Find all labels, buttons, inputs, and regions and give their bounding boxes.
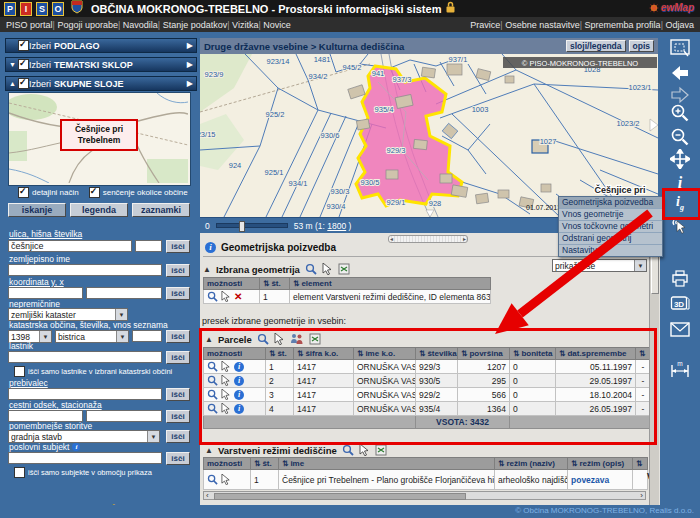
koordinata-x-input[interactable] [86, 287, 162, 299]
map-horizontal-scrollbar[interactable]: ◂▸ [388, 235, 468, 243]
layers-legend-button[interactable]: sloji/legenda [566, 40, 626, 52]
select-cursor-icon[interactable] [221, 403, 231, 414]
tab-iskanje[interactable]: iskanje [8, 203, 66, 217]
cestni-label[interactable]: cestni odsek, stacionaža [9, 400, 102, 410]
col-sifra-ko[interactable]: šifra k.o. [294, 348, 354, 360]
sidebar-section-podlago[interactable]: Izberi PODLAGO ▶ [5, 38, 197, 53]
overview-map-icon[interactable] [669, 37, 691, 59]
panel-vertical-scrollbar[interactable] [649, 233, 659, 505]
shading-toggle[interactable]: senčenje okolice občine [89, 187, 188, 198]
col-datum[interactable]: dat.spremembe [556, 348, 636, 360]
poslovni-filter-checkbox[interactable]: išči samo subjekte v območju prikaza [14, 467, 152, 478]
menu-osebne-nastavitve[interactable]: Osebne nastavitve [500, 20, 579, 30]
export-icon[interactable] [375, 444, 387, 456]
menu-pogoji-uporabe[interactable]: Pogoji uporabe [53, 20, 118, 30]
zoom-to-icon[interactable] [207, 375, 218, 386]
zoom-to-icon[interactable] [207, 361, 218, 372]
menu-stanje-podatkov[interactable]: Stanje podatkov [158, 20, 227, 30]
isci-storitve-button[interactable]: išči [166, 430, 190, 443]
parcela-stevilka-input[interactable] [132, 330, 162, 342]
chevron-up-icon[interactable]: ▲ [9, 80, 18, 87]
col-ime-ko[interactable]: ime k.o. [354, 348, 416, 360]
measure-icon[interactable]: m [669, 358, 691, 380]
col-moznosti[interactable]: možnosti [204, 348, 266, 360]
print-icon[interactable] [669, 268, 691, 290]
hisna-stevilka-input[interactable] [135, 240, 162, 252]
piso-logo[interactable]: O [52, 2, 64, 16]
zoom-to-icon[interactable] [207, 474, 218, 485]
isci-parcela-button[interactable]: išči [166, 330, 190, 343]
zoom-slider-thumb[interactable] [239, 221, 245, 232]
detail-mode-toggle[interactable]: detajlni način [18, 187, 79, 198]
info-icon[interactable]: i [72, 443, 80, 451]
tab-zaznamki[interactable]: zaznamki [132, 203, 190, 217]
isci-lastnik-button[interactable]: išči [166, 351, 190, 364]
menu-odjava[interactable]: Odjava [661, 20, 694, 30]
koordinata-label[interactable]: koordinata y, x [9, 277, 64, 287]
tab-legenda[interactable]: legenda [70, 203, 128, 217]
select-cursor-icon[interactable] [221, 361, 231, 372]
zoom-to-icon[interactable] [207, 389, 218, 400]
geometry-query-icon[interactable]: ig [669, 192, 691, 214]
export-icon[interactable] [338, 263, 350, 275]
sidebar-section-tematski[interactable]: ▼ Izberi TEMATSKI SKLOP ▶ [5, 57, 197, 72]
ulica-label[interactable]: ulica, hišna številka [9, 229, 82, 239]
isci-cestni-button[interactable]: išči [166, 410, 190, 423]
poslovni-input[interactable] [8, 452, 162, 464]
menu-vnos-geometrije[interactable]: Vnos geometrije [559, 209, 662, 221]
info-query-icon[interactable]: i [669, 172, 691, 194]
col-rezim-naziv[interactable]: režim (naziv) [495, 458, 568, 470]
chevron-right-icon[interactable]: ▶ [187, 41, 193, 50]
menu-geometrijska-poizvedba[interactable]: Geometrijska poizvedba [559, 197, 662, 209]
col-moznosti[interactable]: možnosti [204, 278, 260, 290]
collapse-icon[interactable]: ▲ [205, 446, 213, 455]
scrollbar-thumb[interactable] [214, 493, 466, 500]
zoom-to-icon[interactable] [342, 444, 354, 456]
podlago-checkbox[interactable] [18, 40, 29, 51]
piso-logo[interactable]: I [20, 2, 32, 16]
export-icon[interactable] [309, 333, 321, 345]
zemljepisno-input[interactable] [8, 264, 162, 276]
menu-piso-portal[interactable]: PISO portal [6, 20, 53, 30]
delete-icon[interactable]: ✕ [234, 292, 242, 302]
col-moznosti[interactable]: možnosti [204, 458, 251, 470]
select-cursor-icon[interactable] [274, 333, 285, 345]
opis-button[interactable]: opis [629, 40, 654, 52]
tematski-checkbox[interactable] [18, 59, 29, 70]
piso-logo[interactable]: P [4, 2, 16, 16]
zoom-slider[interactable] [216, 223, 288, 228]
prebivalec-label[interactable]: prebivalec [9, 378, 48, 388]
koordinata-y-input[interactable] [8, 287, 83, 299]
isci-koordinata-button[interactable]: išči [166, 287, 190, 300]
sidebar-section-skupni[interactable]: ▲ Izberi SKUPNE SLOJE ▶ [5, 76, 197, 91]
col-extra[interactable] [633, 458, 648, 470]
select-visible-icon[interactable] [669, 216, 691, 238]
zoom-to-icon[interactable] [305, 263, 317, 275]
col-boniteta[interactable]: boniteta [510, 348, 556, 360]
ko-ime-select[interactable]: bistrica▼ [55, 330, 129, 343]
col-element[interactable]: element [290, 278, 491, 290]
isci-ulica-button[interactable]: išči [166, 240, 190, 253]
history-back-icon[interactable] [669, 62, 691, 84]
select-cursor-icon[interactable] [221, 474, 231, 485]
lastnik-filter-checkbox[interactable]: išči samo lastnike v izbrani katastrski … [14, 366, 172, 377]
menu-odstrani-geometrijo[interactable]: Odstrani geometrij [559, 233, 662, 245]
zoom-out-icon[interactable] [669, 126, 691, 148]
menu-novice[interactable]: Novice [258, 20, 290, 30]
select-cursor-icon[interactable] [221, 291, 231, 302]
chevron-right-icon[interactable]: ▶ [187, 79, 193, 88]
collapse-icon[interactable]: ▲ [203, 265, 211, 274]
chevron-down-icon[interactable]: ▼ [9, 61, 18, 68]
filter-select[interactable]: prikaži vse▼ [552, 259, 647, 272]
owners-icon[interactable] [290, 333, 304, 345]
piso-logo[interactable]: S [36, 2, 48, 16]
details-icon[interactable]: i [234, 390, 244, 400]
menu-vizitka[interactable]: Vizitka [227, 20, 258, 30]
overview-minimap[interactable]: Češnjice pri Trebelnem [8, 92, 191, 186]
lastnik-input[interactable] [8, 351, 162, 363]
details-icon[interactable]: i [234, 362, 244, 372]
prebivalec-input[interactable] [8, 388, 162, 400]
varstveni-horizontal-scrollbar[interactable]: ‹› [203, 491, 646, 500]
details-icon[interactable]: i [234, 404, 244, 414]
3d-view-icon[interactable]: 3D [669, 292, 691, 314]
